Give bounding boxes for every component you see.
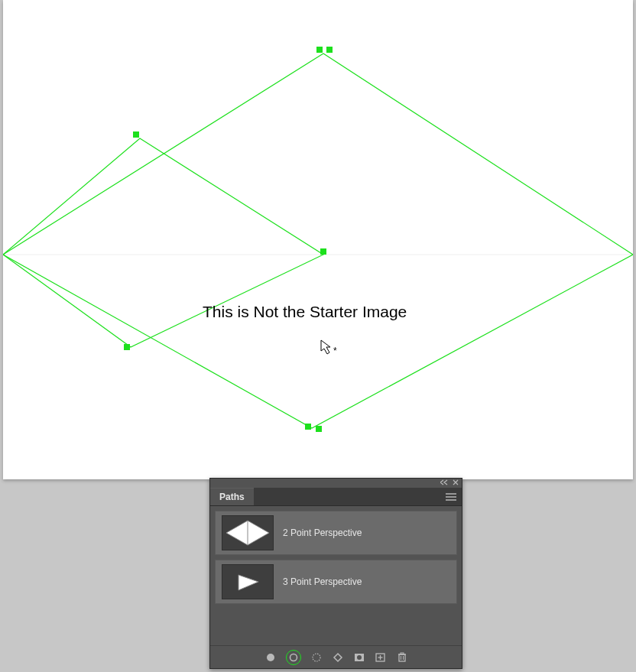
delete-path-icon[interactable] [396,651,408,664]
fill-foreground-icon[interactable] [264,651,277,664]
panel-menu-icon[interactable] [443,488,459,506]
paths-list: 2 Point Perspective 3 Point Perspective [210,506,462,645]
load-selection-icon[interactable] [310,651,323,664]
svg-point-12 [357,655,362,660]
svg-point-7 [267,654,274,661]
stroke-path-icon[interactable] [286,650,301,665]
canvas-area[interactable]: This is Not the Starter Image * [3,0,633,479]
grid-handle[interactable] [124,344,130,350]
svg-point-9 [313,654,320,661]
perspective-grid-svg [3,0,633,479]
canvas-overlay-text: This is Not the Starter Image [203,303,407,321]
path-thumbnail [222,564,274,599]
add-mask-icon[interactable] [353,651,365,664]
new-path-icon[interactable] [375,651,387,664]
paths-panel: Paths 2 Point Perspective [209,478,462,669]
tab-paths-label: Paths [219,492,245,502]
svg-rect-16 [399,654,405,661]
close-panel-icon[interactable] [453,479,459,487]
path-thumbnail [222,515,274,550]
panel-topbar [210,479,462,488]
svg-marker-6 [238,575,258,590]
panel-tabbar: Paths [210,488,462,506]
svg-marker-10 [334,654,342,661]
grid-handle[interactable] [320,248,326,255]
tab-paths[interactable]: Paths [210,488,254,505]
collapse-panel-icon[interactable] [440,479,448,487]
grid-handle[interactable] [316,426,322,432]
svg-point-8 [290,654,297,661]
path-label: 3 Point Perspective [283,576,362,587]
make-workpath-icon[interactable] [332,651,344,664]
grid-handle[interactable] [133,131,139,138]
grid-handle[interactable] [326,47,333,53]
svg-rect-20 [401,653,404,654]
panel-footer [210,645,462,668]
path-label: 2 Point Perspective [283,528,362,538]
path-row-2-point-perspective[interactable]: 2 Point Perspective [215,511,457,555]
path-row-3-point-perspective[interactable]: 3 Point Perspective [215,560,457,604]
grid-shape-outer[interactable] [3,54,633,428]
grid-handle[interactable] [316,47,323,53]
grid-handle[interactable] [305,424,311,430]
